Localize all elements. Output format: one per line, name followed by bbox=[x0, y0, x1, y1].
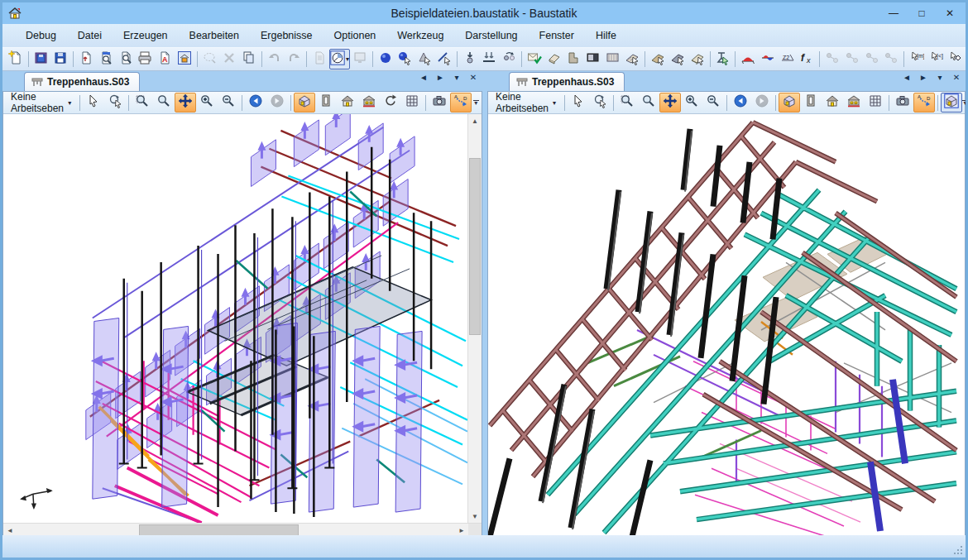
link-node-3-button[interactable] bbox=[862, 49, 882, 69]
maximize-button[interactable]: □ bbox=[908, 2, 936, 24]
tab-scroll-left-button[interactable]: ◄ bbox=[418, 74, 429, 82]
attach-node-button[interactable] bbox=[479, 49, 499, 69]
menu-item-debug[interactable]: Debug bbox=[16, 27, 66, 44]
move-node-button[interactable] bbox=[499, 49, 519, 69]
new-document-button[interactable] bbox=[6, 49, 26, 69]
tab-scroll-left-button[interactable]: ◄ bbox=[901, 74, 913, 82]
zoom-window-button[interactable] bbox=[132, 93, 153, 112]
view-section-button[interactable] bbox=[800, 93, 822, 112]
menu-item-hilfe[interactable]: Hilfe bbox=[586, 27, 626, 44]
link-node-2-button[interactable] bbox=[842, 49, 862, 69]
right-model-viewport[interactable] bbox=[488, 114, 965, 537]
print-preview-button[interactable] bbox=[96, 49, 116, 69]
menu-item-ergebnisse[interactable]: Ergebnisse bbox=[251, 27, 323, 44]
zoom-in-button[interactable] bbox=[681, 93, 702, 112]
start-page-button[interactable] bbox=[175, 49, 194, 69]
create-panel-button[interactable] bbox=[583, 49, 603, 69]
h-scroll-thumb[interactable] bbox=[139, 524, 299, 536]
view-back-button[interactable] bbox=[245, 93, 266, 112]
tab-scroll-right-button[interactable]: ► bbox=[918, 74, 929, 82]
pointer-tool-button[interactable] bbox=[568, 93, 589, 112]
page-preview-button[interactable] bbox=[116, 49, 136, 69]
workplane-dropdown[interactable]: Keine Arbeitseben▾ bbox=[490, 89, 562, 117]
tab-close-button[interactable]: ✕ bbox=[951, 74, 962, 82]
select-node-button[interactable] bbox=[395, 49, 415, 69]
point-cursor-button[interactable] bbox=[946, 49, 966, 69]
lasso-select-button[interactable] bbox=[200, 49, 220, 69]
measure-cursor-button[interactable]: [m] bbox=[907, 49, 927, 69]
view-elevation-button[interactable] bbox=[358, 93, 380, 112]
pan-button[interactable] bbox=[659, 93, 681, 112]
animation-path-button[interactable]: AD bbox=[450, 93, 472, 112]
create-solid-button[interactable] bbox=[544, 49, 564, 69]
menu-item-bearbeiten[interactable]: Bearbeiten bbox=[180, 27, 249, 44]
display-mode-button[interactable]: ▾ bbox=[329, 49, 350, 69]
view-3d-button[interactable] bbox=[294, 93, 315, 112]
zoom-dynamic-button[interactable] bbox=[153, 93, 175, 112]
zoom-out-button[interactable] bbox=[218, 93, 239, 112]
rotate-view-button[interactable] bbox=[104, 93, 126, 112]
v-scroll-thumb[interactable] bbox=[469, 158, 481, 336]
view-front-button[interactable] bbox=[822, 93, 843, 112]
view-3d-button[interactable] bbox=[779, 93, 800, 112]
select-support-button[interactable] bbox=[415, 49, 434, 69]
zoom-out-button[interactable] bbox=[702, 93, 724, 112]
result-moment2-button[interactable] bbox=[758, 49, 778, 69]
insert-node-button[interactable] bbox=[460, 49, 480, 69]
view-elevation-button[interactable] bbox=[843, 93, 865, 112]
tab-list-button[interactable]: ▾ bbox=[451, 74, 462, 82]
select-beam-button[interactable] bbox=[668, 49, 688, 69]
rotate-view-button[interactable] bbox=[589, 93, 611, 112]
undo-button[interactable] bbox=[265, 49, 285, 69]
zoom-in-button[interactable] bbox=[196, 93, 218, 112]
scroll-up-icon[interactable]: ▲ bbox=[468, 114, 482, 127]
minimize-button[interactable]: — bbox=[879, 2, 908, 24]
result-moment-button[interactable] bbox=[738, 49, 758, 69]
pan-button[interactable] bbox=[175, 93, 196, 112]
left-vertical-scrollbar[interactable]: ▲ ▼ bbox=[467, 114, 482, 523]
view-forward-button[interactable] bbox=[266, 93, 288, 112]
zoom-window-button[interactable] bbox=[616, 93, 638, 112]
render-view-button[interactable] bbox=[941, 93, 962, 112]
copy-button[interactable] bbox=[239, 49, 259, 69]
create-beam-button[interactable] bbox=[648, 49, 668, 69]
toolbar-overflow-button[interactable]: ▾ bbox=[472, 100, 480, 106]
view-front-button[interactable] bbox=[337, 93, 358, 112]
create-slab-button[interactable] bbox=[603, 49, 623, 69]
create-bracket-button[interactable] bbox=[563, 49, 583, 69]
create-node-button[interactable] bbox=[376, 49, 395, 69]
camera-button[interactable] bbox=[892, 93, 913, 112]
menu-item-datei[interactable]: Datei bbox=[68, 27, 112, 44]
left-model-viewport[interactable] bbox=[3, 114, 467, 523]
menu-item-erzeugen[interactable]: Erzeugen bbox=[113, 27, 178, 44]
link-node-1-button[interactable] bbox=[822, 49, 842, 69]
export-pdf-button[interactable]: A bbox=[155, 49, 175, 69]
close-button[interactable]: ✕ bbox=[936, 2, 964, 24]
menu-item-werkzeug[interactable]: Werkzeug bbox=[387, 27, 453, 44]
select-line-button[interactable] bbox=[434, 49, 454, 69]
edit-beam-button[interactable] bbox=[688, 49, 707, 69]
result-z2-button[interactable]: Z2 bbox=[778, 49, 798, 69]
menu-item-optionen[interactable]: Optionen bbox=[324, 27, 386, 44]
delete-button[interactable] bbox=[219, 49, 239, 69]
scroll-down-icon[interactable]: ▼ bbox=[468, 510, 482, 523]
view-forward-button[interactable] bbox=[751, 93, 773, 112]
view-grid-button[interactable] bbox=[401, 93, 423, 112]
link-node-4-button[interactable] bbox=[881, 49, 901, 69]
zoom-dynamic-button[interactable] bbox=[638, 93, 659, 112]
rotate-ccw-button[interactable] bbox=[380, 93, 401, 112]
workplane-dropdown[interactable]: Keine Arbeitseben▾ bbox=[5, 89, 77, 117]
presentation-button[interactable] bbox=[350, 49, 370, 69]
tab-close-button[interactable]: ✕ bbox=[467, 74, 479, 82]
view-back-button[interactable] bbox=[730, 93, 751, 112]
tab-scroll-right-button[interactable]: ► bbox=[434, 74, 446, 82]
select-slab-button[interactable] bbox=[623, 49, 643, 69]
tab-list-button[interactable]: ▾ bbox=[934, 74, 946, 82]
menu-item-fenster[interactable]: Fenster bbox=[530, 27, 584, 44]
menu-item-darstellung[interactable]: Darstellung bbox=[455, 27, 527, 44]
resize-grip[interactable] bbox=[953, 545, 963, 555]
support-select-button[interactable] bbox=[713, 49, 733, 69]
properties-button[interactable] bbox=[309, 49, 329, 69]
toolbar-overflow-button[interactable]: ▾ bbox=[962, 100, 968, 106]
angle-cursor-button[interactable]: [<] bbox=[927, 49, 946, 69]
